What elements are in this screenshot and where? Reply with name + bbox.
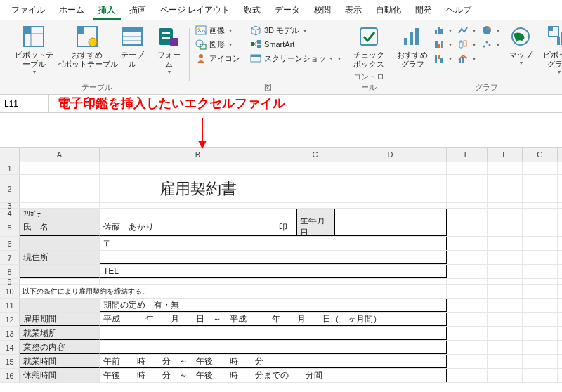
formula-bar[interactable] xyxy=(51,95,562,112)
name-value[interactable]: 佐藤 あかり 印 xyxy=(100,218,296,236)
cell[interactable] xyxy=(20,279,100,284)
pivot-table-button[interactable]: ピボットテーブル▾ xyxy=(8,24,59,77)
cell[interactable] xyxy=(447,369,488,382)
cell[interactable] xyxy=(523,209,558,218)
chart-combo-button[interactable]: ▾ xyxy=(456,52,477,65)
col-header-f[interactable]: F xyxy=(488,148,523,162)
dob-label[interactable]: 生年月日 xyxy=(296,218,334,236)
row-header[interactable]: 16 xyxy=(0,369,20,382)
cell[interactable] xyxy=(447,285,488,298)
resttime-line[interactable]: 午後 時 分 ～ 午後 時 分までの 分間 xyxy=(100,369,447,382)
table-button[interactable]: テーブル xyxy=(115,24,149,70)
form-button[interactable]: フォーム▾ xyxy=(152,24,185,77)
row-header[interactable]: 8 xyxy=(0,265,20,278)
tab-formulas[interactable]: 数式 xyxy=(238,3,266,20)
cell[interactable] xyxy=(447,355,488,368)
cell[interactable] xyxy=(20,162,100,174)
tab-page-layout[interactable]: ページ レイアウト xyxy=(155,3,235,20)
cell[interactable] xyxy=(334,218,447,236)
cell[interactable] xyxy=(488,327,523,340)
worktime-label[interactable]: 就業時間 xyxy=(20,355,100,368)
resttime-label[interactable]: 休憩時間 xyxy=(20,369,100,382)
period-top[interactable]: 期間の定め 有・無 xyxy=(100,299,447,312)
insert-screenshot-button[interactable]: スクリーンショット▾ xyxy=(249,52,342,65)
cell[interactable] xyxy=(523,355,558,368)
insert-icon-button[interactable]: アイコン xyxy=(194,52,242,65)
cell[interactable] xyxy=(447,279,488,284)
cell[interactable] xyxy=(447,175,488,202)
cell[interactable] xyxy=(523,218,558,236)
cell[interactable] xyxy=(488,265,523,278)
cell[interactable] xyxy=(488,285,523,298)
addr-label[interactable]: 現住所 xyxy=(20,251,100,264)
period-line[interactable]: 平成 年 月 日 ～ 平成 年 月 日（ ヶ月間） xyxy=(100,313,447,326)
tab-developer[interactable]: 開発 xyxy=(410,3,438,20)
cell[interactable] xyxy=(523,162,558,174)
cell[interactable] xyxy=(296,209,334,218)
insert-shape-button[interactable]: 図形▾ xyxy=(194,38,233,51)
cell[interactable] xyxy=(100,341,447,354)
cell[interactable] xyxy=(523,237,558,250)
cell[interactable] xyxy=(447,209,488,218)
chart-waterfall-button[interactable]: ▾ xyxy=(432,52,453,65)
tab-review[interactable]: 校閲 xyxy=(308,3,336,20)
pivot-chart-button[interactable]: ピボットグラフ▾ xyxy=(540,24,562,77)
cell[interactable] xyxy=(100,279,296,284)
col-header-d[interactable]: D xyxy=(334,148,447,162)
cell[interactable] xyxy=(523,285,558,298)
spreadsheet-grid[interactable]: A B C D E F G 1 2 雇用契約書 3 xyxy=(0,147,562,383)
name-ruby-label[interactable]: ﾌﾘｶﾞﾅ xyxy=(20,209,100,218)
tab-insert[interactable]: 挿入 xyxy=(93,3,121,20)
cell[interactable] xyxy=(334,162,447,174)
recommended-pivot-button[interactable]: おすすめ ピボットテーブル xyxy=(62,24,112,70)
cell[interactable] xyxy=(447,203,488,208)
cell[interactable] xyxy=(447,237,488,250)
jobcontent-label[interactable]: 業務の内容 xyxy=(20,341,100,354)
row-header[interactable]: 10 xyxy=(0,285,20,298)
insert-smartart-button[interactable]: SmartArt xyxy=(249,38,296,51)
cell[interactable] xyxy=(20,175,100,202)
cell[interactable] xyxy=(447,162,488,174)
cell[interactable] xyxy=(488,341,523,354)
cell[interactable] xyxy=(488,369,523,382)
cell[interactable] xyxy=(523,175,558,202)
row-header[interactable]: 7 xyxy=(0,251,20,264)
cell[interactable] xyxy=(523,203,558,208)
cell[interactable] xyxy=(100,327,447,340)
row-header[interactable]: 6 xyxy=(0,237,20,250)
cell[interactable] xyxy=(447,251,488,264)
cell[interactable] xyxy=(100,203,296,208)
row-header[interactable]: 9 xyxy=(0,279,20,284)
chart-statistics-button[interactable]: ▾ xyxy=(456,38,477,51)
cell[interactable] xyxy=(296,162,334,174)
cell[interactable] xyxy=(20,237,100,250)
cell[interactable] xyxy=(447,299,488,312)
period-label[interactable]: 雇用期間 xyxy=(20,313,100,326)
form-title[interactable]: 雇用契約書 xyxy=(100,175,296,202)
row-header[interactable]: 15 xyxy=(0,355,20,368)
map-button[interactable]: マップ▾ xyxy=(504,24,537,68)
cell[interactable] xyxy=(488,313,523,326)
cell[interactable] xyxy=(523,265,558,278)
cell[interactable] xyxy=(488,162,523,174)
cell[interactable] xyxy=(488,209,523,218)
name-box[interactable] xyxy=(0,95,49,112)
row-header[interactable]: 3 xyxy=(0,203,20,208)
row-header[interactable]: 13 xyxy=(0,327,20,340)
cell[interactable] xyxy=(488,237,523,250)
row-header[interactable]: 4 xyxy=(0,209,20,218)
cell[interactable] xyxy=(334,175,447,202)
cell[interactable] xyxy=(523,251,558,264)
cell[interactable] xyxy=(447,265,488,278)
address-postal[interactable]: 〒 xyxy=(100,237,447,250)
cell[interactable] xyxy=(447,313,488,326)
cell[interactable] xyxy=(488,355,523,368)
chart-column-button[interactable]: ▾ xyxy=(432,24,453,37)
cell[interactable] xyxy=(488,299,523,312)
cell[interactable] xyxy=(523,299,558,312)
cell[interactable] xyxy=(447,327,488,340)
insert-image-button[interactable]: 画像▾ xyxy=(194,24,233,37)
workplace-label[interactable]: 就業場所 xyxy=(20,327,100,340)
cell[interactable] xyxy=(447,218,488,236)
cell[interactable] xyxy=(20,265,100,278)
